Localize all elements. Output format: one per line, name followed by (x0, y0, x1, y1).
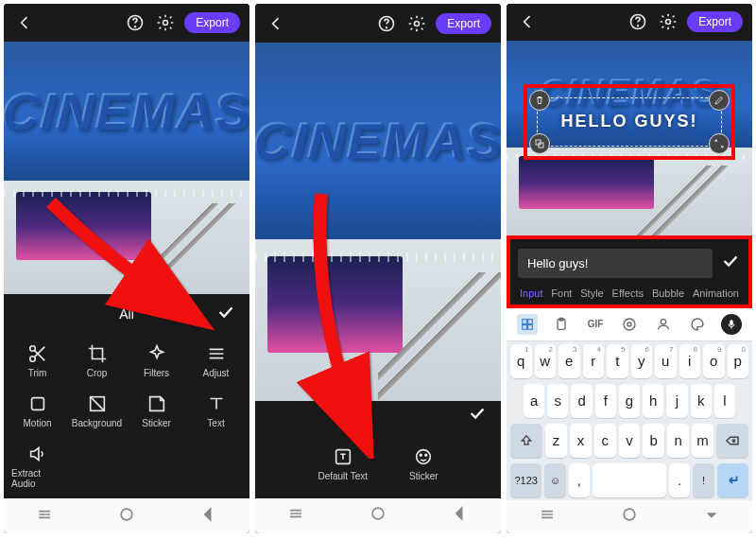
delete-handle-icon[interactable] (529, 90, 550, 111)
help-icon[interactable] (375, 12, 398, 35)
confirm-button[interactable] (467, 403, 488, 427)
key-o[interactable]: o9 (703, 344, 725, 378)
recent-apps-icon[interactable] (35, 505, 54, 528)
tool-extract-audio[interactable]: Extract Audio (9, 438, 65, 495)
key-v[interactable]: v (619, 424, 641, 458)
text-overlay[interactable]: HELLO GUYS! (537, 97, 722, 147)
top-bar: Export (507, 4, 752, 41)
key-enter[interactable] (717, 463, 748, 497)
key-space[interactable] (593, 463, 666, 497)
tab-input[interactable]: Input (520, 287, 542, 299)
key-backspace[interactable] (716, 424, 748, 458)
kbd-gif-icon[interactable]: GIF (585, 314, 606, 335)
edit-handle-icon[interactable] (709, 90, 730, 111)
key-t[interactable]: t5 (607, 344, 628, 378)
tool-text[interactable]: Text (188, 388, 244, 434)
tool-sticker[interactable]: Sticker (129, 388, 184, 434)
key-x[interactable]: x (570, 424, 592, 458)
tab-effects[interactable]: Effects (612, 287, 644, 299)
tool-filters[interactable]: Filters (129, 338, 184, 384)
key-s[interactable]: s (547, 384, 568, 418)
gear-icon[interactable] (657, 10, 679, 33)
help-icon[interactable] (124, 11, 146, 34)
tool-motion[interactable]: Motion (9, 388, 65, 434)
key-q[interactable]: q1 (510, 344, 532, 378)
tools-panel: All Trim Crop Filters Adjust Motion Back… (4, 294, 249, 498)
gear-icon[interactable] (154, 11, 177, 34)
key-n[interactable]: n (667, 424, 689, 458)
kbd-settings-icon[interactable] (619, 314, 640, 335)
key-r[interactable]: r4 (583, 344, 605, 378)
svg-point-9 (387, 26, 387, 27)
key-d[interactable]: d (571, 384, 592, 418)
key-i[interactable]: i8 (679, 344, 701, 378)
confirm-input-button[interactable] (720, 251, 741, 275)
svg-point-28 (624, 319, 635, 330)
svg-rect-23 (523, 324, 527, 329)
home-icon[interactable] (620, 505, 639, 528)
home-icon[interactable] (369, 504, 387, 527)
key-exclaim[interactable]: ! (693, 463, 713, 497)
export-button[interactable]: Export (687, 11, 743, 32)
key-w[interactable]: w2 (535, 344, 557, 378)
key-period[interactable]: . (669, 463, 690, 497)
key-a[interactable]: a (524, 384, 544, 418)
copy-handle-icon[interactable] (529, 133, 550, 154)
back-icon[interactable] (265, 12, 287, 35)
key-shift[interactable] (510, 424, 542, 458)
video-preview[interactable]: CINEMAS (255, 43, 501, 401)
keyboard-hide-icon[interactable] (702, 505, 721, 528)
key-emoji[interactable]: ☺ (544, 463, 565, 497)
key-b[interactable]: b (643, 424, 664, 458)
svg-point-15 (372, 508, 384, 519)
tab-bubble[interactable]: Bubble (652, 287, 684, 299)
home-icon[interactable] (117, 505, 136, 528)
back-icon[interactable] (13, 11, 36, 34)
key-y[interactable]: y6 (631, 344, 653, 378)
back-icon[interactable] (516, 10, 539, 33)
key-u[interactable]: u7 (655, 344, 677, 378)
key-comma[interactable]: , (569, 463, 590, 497)
help-icon[interactable] (627, 10, 649, 33)
kbd-stickers-icon[interactable] (517, 314, 538, 335)
key-numbers[interactable]: ?123 (510, 463, 541, 497)
tool-background[interactable]: Background (69, 388, 125, 434)
key-l[interactable]: l (714, 384, 735, 418)
tab-animation[interactable]: Animation (693, 287, 739, 299)
scene-sign: CINEMAS (255, 113, 501, 170)
tool-adjust[interactable]: Adjust (188, 338, 244, 384)
tab-font[interactable]: Font (551, 287, 572, 299)
resize-handle-icon[interactable] (709, 133, 730, 154)
kbd-mic-icon[interactable] (721, 314, 742, 335)
key-m[interactable]: m (692, 424, 713, 458)
video-preview[interactable]: CINEMAS HELLO GUYS! (507, 41, 752, 235)
export-button[interactable]: Export (184, 12, 240, 33)
confirm-button[interactable] (215, 302, 236, 326)
key-h[interactable]: h (643, 384, 663, 418)
back-nav-icon[interactable] (199, 505, 218, 528)
tool-sticker[interactable]: Sticker (407, 441, 440, 487)
key-g[interactable]: g (619, 384, 640, 418)
tool-crop[interactable]: Crop (69, 338, 125, 384)
kbd-clipboard-icon[interactable] (551, 314, 572, 335)
key-j[interactable]: j (666, 384, 687, 418)
key-p[interactable]: p0 (728, 344, 749, 378)
key-z[interactable]: z (545, 424, 567, 458)
key-f[interactable]: f (595, 384, 616, 418)
tool-trim[interactable]: Trim (9, 338, 65, 384)
recent-apps-icon[interactable] (538, 505, 557, 528)
text-input-field[interactable] (518, 249, 713, 278)
top-bar: Export (255, 4, 501, 43)
kbd-user-icon[interactable] (653, 314, 674, 335)
export-button[interactable]: Export (436, 13, 491, 34)
recent-apps-icon[interactable] (286, 504, 305, 527)
tab-style[interactable]: Style (580, 287, 603, 299)
key-e[interactable]: e3 (558, 344, 580, 378)
key-k[interactable]: k (691, 384, 712, 418)
kbd-theme-icon[interactable] (687, 314, 708, 335)
key-c[interactable]: c (594, 424, 616, 458)
tool-default-text[interactable]: Default Text (316, 441, 369, 487)
video-preview[interactable]: CINEMAS (4, 42, 249, 294)
back-nav-icon[interactable] (451, 504, 470, 527)
gear-icon[interactable] (405, 12, 428, 35)
